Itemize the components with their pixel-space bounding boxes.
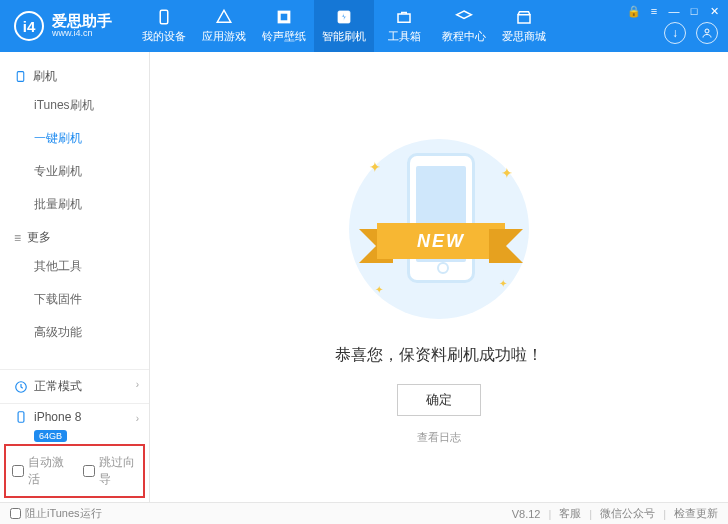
nav-apps[interactable]: 应用游戏 <box>194 0 254 52</box>
device-row[interactable]: iPhone 8 › <box>0 404 149 428</box>
window-controls: 🔒 ≡ — □ ✕ <box>626 4 722 18</box>
wechat-link[interactable]: 微信公众号 <box>600 506 655 521</box>
success-message: 恭喜您，保资料刷机成功啦！ <box>335 345 543 366</box>
device-icon <box>155 8 173 26</box>
sidebar-section-flash: 刷机 <box>0 60 149 89</box>
success-illustration: ✦ ✦ ✦ ✦ NEW <box>339 129 539 329</box>
sidebar-item-advanced[interactable]: 高级功能 <box>0 316 149 349</box>
sidebar-item-oneclick-flash[interactable]: 一键刷机 <box>0 122 149 155</box>
nav-tutorials[interactable]: 教程中心 <box>434 0 494 52</box>
sidebar-section-more: ≡ 更多 <box>0 221 149 250</box>
lock-icon[interactable]: 🔒 <box>626 4 642 18</box>
tutorial-icon <box>455 8 473 26</box>
minimize-button[interactable]: — <box>666 4 682 18</box>
flash-icon <box>335 8 353 26</box>
apps-icon <box>215 8 233 26</box>
svg-rect-0 <box>160 10 168 24</box>
view-log-link[interactable]: 查看日志 <box>417 430 461 445</box>
storage-badge: 64GB <box>34 430 67 442</box>
sidebar-item-itunes-flash[interactable]: iTunes刷机 <box>0 89 149 122</box>
logo-subtitle: www.i4.cn <box>52 29 112 39</box>
toolbox-icon <box>395 8 413 26</box>
update-link[interactable]: 检查更新 <box>674 506 718 521</box>
nav-bar: 我的设备 应用游戏 铃声壁纸 智能刷机 工具箱 教程中心 爱思商城 <box>134 0 554 52</box>
nav-toolbox[interactable]: 工具箱 <box>374 0 434 52</box>
status-bar: 阻止iTunes运行 V8.12 | 客服 | 微信公众号 | 检查更新 <box>0 502 728 524</box>
sidebar-item-other-tools[interactable]: 其他工具 <box>0 250 149 283</box>
version-label: V8.12 <box>512 508 541 520</box>
chevron-right-icon: › <box>136 413 139 424</box>
store-icon <box>515 8 533 26</box>
mode-label: 正常模式 <box>34 378 82 395</box>
nav-ringtones[interactable]: 铃声壁纸 <box>254 0 314 52</box>
auto-activate-checkbox[interactable]: 自动激活 <box>12 454 67 488</box>
chevron-right-icon: › <box>136 379 139 390</box>
maximize-button[interactable]: □ <box>686 4 702 18</box>
nav-my-device[interactable]: 我的设备 <box>134 0 194 52</box>
svg-rect-2 <box>280 13 288 21</box>
nav-flash[interactable]: 智能刷机 <box>314 0 374 52</box>
main-content: ✦ ✦ ✦ ✦ NEW 恭喜您，保资料刷机成功啦！ 确定 查看日志 <box>150 52 728 502</box>
sidebar: 刷机 iTunes刷机 一键刷机 专业刷机 批量刷机 ≡ 更多 其他工具 下载固… <box>0 52 150 502</box>
svg-rect-7 <box>17 72 24 82</box>
app-header: i4 爱思助手 www.i4.cn 我的设备 应用游戏 铃声壁纸 智能刷机 工具… <box>0 0 728 52</box>
sidebar-item-pro-flash[interactable]: 专业刷机 <box>0 155 149 188</box>
svg-point-6 <box>705 29 709 33</box>
menu-icon[interactable]: ≡ <box>646 4 662 18</box>
sidebar-item-batch-flash[interactable]: 批量刷机 <box>0 188 149 221</box>
skip-wizard-checkbox[interactable]: 跳过向导 <box>83 454 138 488</box>
wallpaper-icon <box>275 8 293 26</box>
close-button[interactable]: ✕ <box>706 4 722 18</box>
options-highlighted: 自动激活 跳过向导 <box>4 444 145 498</box>
ok-button[interactable]: 确定 <box>397 384 481 416</box>
new-ribbon: NEW <box>361 217 521 265</box>
header-actions: ↓ <box>664 22 718 44</box>
device-name: iPhone 8 <box>34 410 81 424</box>
logo: i4 爱思助手 www.i4.cn <box>0 11 126 41</box>
user-button[interactable] <box>696 22 718 44</box>
download-button[interactable]: ↓ <box>664 22 686 44</box>
nav-store[interactable]: 爱思商城 <box>494 0 554 52</box>
svg-rect-5 <box>518 15 530 23</box>
logo-icon: i4 <box>14 11 44 41</box>
service-link[interactable]: 客服 <box>559 506 581 521</box>
sidebar-item-download-firmware[interactable]: 下载固件 <box>0 283 149 316</box>
svg-rect-9 <box>18 412 24 423</box>
logo-title: 爱思助手 <box>52 13 112 30</box>
svg-rect-4 <box>398 14 410 22</box>
block-itunes-checkbox[interactable]: 阻止iTunes运行 <box>10 506 102 521</box>
mode-row[interactable]: 正常模式 › <box>0 370 149 404</box>
